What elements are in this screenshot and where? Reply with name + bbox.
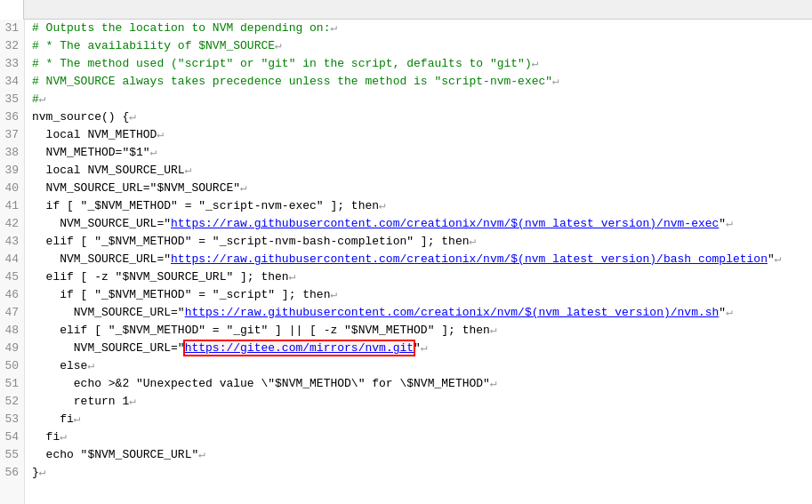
line-number: 50: [0, 357, 24, 375]
newline-arrow: ↵: [129, 110, 136, 124]
line-number: 37: [0, 126, 24, 144]
newline-arrow: ↵: [60, 430, 67, 444]
line-number: 35: [0, 91, 24, 108]
code-line: if [ "_$NVM_METHOD" = "_script" ]; then↵: [32, 286, 812, 304]
code-line: echo "$NVM_SOURCE_URL"↵: [32, 446, 812, 464]
code-text: fi: [32, 430, 60, 444]
code-line: elif [ -z "$NVM_SOURCE_URL" ]; then↵: [32, 268, 812, 286]
line-numbers: 3132333435363738394041424344454647484950…: [0, 20, 25, 504]
line-number: 36: [0, 108, 24, 126]
code-line: local NVM_SOURCE_URL↵: [32, 162, 812, 180]
code-text: echo >&2 "Unexpected value \"$NVM_METHOD…: [32, 377, 490, 390]
code-line: elif [ "_$NVM_METHOD" = "_git" ] || [ -z…: [32, 322, 812, 340]
code-line: # * The method used ("script" or "git" i…: [32, 55, 812, 73]
line-number: 49: [0, 340, 24, 357]
line-number: 33: [0, 55, 24, 73]
newline-arrow: ↵: [39, 92, 46, 106]
newline-arrow: ↵: [775, 252, 782, 266]
newline-arrow: ↵: [379, 199, 386, 212]
code-content[interactable]: # Outputs the location to NVM depending …: [25, 20, 812, 504]
line-number: 40: [0, 180, 24, 197]
code-line: NVM_SOURCE_URL="$NVM_SOURCE"↵: [32, 180, 812, 197]
code-text: elif [ "_$NVM_METHOD" = "_script-nvm-bas…: [32, 235, 469, 248]
newline-arrow: ↵: [185, 164, 192, 177]
newline-arrow: ↵: [490, 377, 497, 390]
code-text: }: [32, 466, 39, 479]
newline-arrow: ↵: [726, 217, 733, 230]
line-number: 52: [0, 393, 24, 411]
code-text: echo "$NVM_SOURCE_URL": [32, 448, 198, 461]
line-number: 44: [0, 251, 24, 268]
newline-arrow: ↵: [157, 128, 164, 141]
code-line: }↵: [32, 464, 812, 482]
code-line: return 1↵: [32, 393, 812, 411]
tab-bar: [0, 0, 812, 20]
newline-arrow: ↵: [39, 466, 46, 479]
line-number: 46: [0, 286, 24, 304]
newline-arrow: ↵: [150, 146, 157, 159]
comment-text: # NVM_SOURCE always takes precedence unl…: [32, 75, 552, 88]
newline-arrow: ↵: [74, 412, 81, 426]
code-line: else↵: [32, 357, 812, 375]
newline-arrow: ↵: [330, 288, 337, 301]
line-number: 39: [0, 162, 24, 180]
comment-text: # Outputs the location to NVM depending …: [32, 21, 330, 35]
highlighted-url: https://gitee.com/mirrors/nvm.git: [185, 341, 414, 355]
code-line: # * The availability of $NVM_SOURCE↵: [32, 37, 812, 55]
code-line: NVM_SOURCE_URL="https://raw.githubuserco…: [32, 304, 812, 322]
code-text: NVM_SOURCE_URL=": [32, 306, 185, 319]
line-number: 38: [0, 144, 24, 162]
code-text: fi: [32, 412, 74, 426]
code-text: ": [719, 306, 726, 319]
line-number: 55: [0, 446, 24, 464]
line-number: 42: [0, 215, 24, 233]
tab-install-sh[interactable]: [0, 0, 24, 20]
newline-arrow: ↵: [275, 39, 282, 52]
code-text: ": [719, 217, 726, 230]
code-text: NVM_SOURCE_URL="$NVM_SOURCE": [32, 181, 240, 195]
code-text: NVM_SOURCE_URL=": [32, 341, 185, 355]
url-text: https://raw.githubusercontent.com/creati…: [171, 217, 719, 230]
code-text: elif [ "_$NVM_METHOD" = "_git" ] || [ -z…: [32, 324, 490, 337]
newline-arrow: ↵: [240, 181, 247, 195]
line-number: 48: [0, 322, 24, 340]
code-text: NVM_SOURCE_URL=": [32, 217, 171, 230]
newline-arrow: ↵: [129, 395, 136, 408]
line-number: 32: [0, 37, 24, 55]
code-line: NVM_SOURCE_URL="https://raw.githubuserco…: [32, 251, 812, 268]
newline-arrow: ↵: [532, 57, 539, 70]
code-line: NVM_SOURCE_URL="https://raw.githubuserco…: [32, 215, 812, 233]
newline-arrow: ↵: [421, 341, 428, 355]
code-line: nvm_source() {↵: [32, 108, 812, 126]
code-text: NVM_METHOD="$1": [32, 146, 150, 159]
code-text: ": [768, 252, 775, 266]
code-text: nvm_source() {: [32, 110, 129, 124]
code-text: local NVM_SOURCE_URL: [32, 164, 185, 177]
newline-arrow: ↵: [490, 324, 497, 337]
line-number: 43: [0, 233, 24, 251]
newline-arrow: ↵: [552, 75, 559, 88]
newline-arrow: ↵: [330, 21, 337, 35]
newline-arrow: ↵: [87, 359, 94, 372]
code-text: local NVM_METHOD: [32, 128, 157, 141]
newline-arrow: ↵: [469, 235, 476, 248]
url-text: https://raw.githubusercontent.com/creati…: [185, 306, 720, 319]
line-number: 53: [0, 411, 24, 428]
line-number: 41: [0, 197, 24, 215]
comment-text: #: [32, 92, 39, 106]
code-text: else: [32, 359, 87, 372]
code-line: elif [ "_$NVM_METHOD" = "_script-nvm-bas…: [32, 233, 812, 251]
code-line: local NVM_METHOD↵: [32, 126, 812, 144]
code-area: 3132333435363738394041424344454647484950…: [0, 20, 812, 504]
comment-text: # * The availability of $NVM_SOURCE: [32, 39, 275, 52]
code-text: return 1: [32, 395, 129, 408]
code-text: if [ "_$NVM_METHOD" = "_script" ]; then: [32, 288, 330, 301]
comment-text: # * The method used ("script" or "git" i…: [32, 57, 532, 70]
line-number: 54: [0, 428, 24, 446]
url-text: https://raw.githubusercontent.com/creati…: [171, 252, 768, 266]
code-line: NVM_SOURCE_URL="https://gitee.com/mirror…: [32, 340, 812, 357]
code-line: echo >&2 "Unexpected value \"$NVM_METHOD…: [32, 375, 812, 393]
code-line: if [ "_$NVM_METHOD" = "_script-nvm-exec"…: [32, 197, 812, 215]
code-text: ": [414, 341, 421, 355]
code-line: NVM_METHOD="$1"↵: [32, 144, 812, 162]
